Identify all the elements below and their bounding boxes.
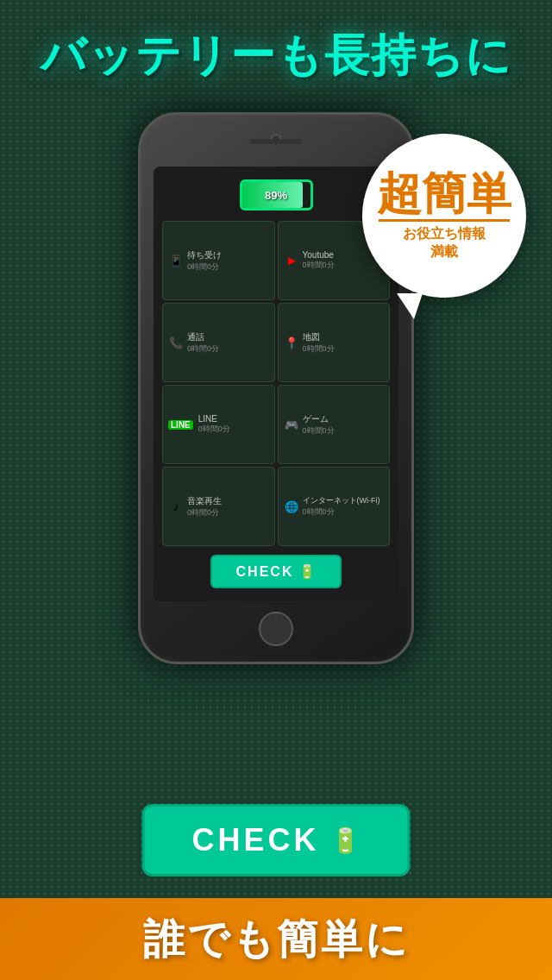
standby-name: 待ち受け <box>187 249 222 261</box>
bubble-main-text: 超簡単 <box>377 171 511 216</box>
battery-outer: 89% <box>240 179 313 210</box>
battery-tip <box>312 188 313 202</box>
check-label-small: CHECK <box>236 564 294 580</box>
game-time: 0時間0分 <box>303 425 335 437</box>
phone-speaker <box>250 139 302 144</box>
app-item-call: 📞 通話 0時間0分 <box>162 303 275 382</box>
line-name: LINE <box>198 414 230 424</box>
map-name: 地図 <box>303 331 335 343</box>
music-time: 0時間0分 <box>187 507 222 518</box>
phone-home-button <box>259 612 293 646</box>
screen-content: 89% 📱 待ち受け 0時間0分 ▶ <box>154 166 398 601</box>
app-item-standby: 📱 待ち受け 0時間0分 <box>162 221 275 300</box>
app-item-internet: 🌐 インターネット(Wi-Fi) 0時間0分 <box>278 467 391 546</box>
standby-icon: 📱 <box>168 254 184 267</box>
speech-bubble: 超簡単 お役立ち情報 満載 <box>362 134 526 298</box>
bottom-title: 誰でも簡単に <box>143 912 410 967</box>
internet-time: 0時間0分 <box>303 506 380 518</box>
map-icon: 📍 <box>284 336 299 349</box>
top-title: バッテリーも長持ちに <box>0 26 552 86</box>
internet-name: インターネット(Wi-Fi) <box>303 495 380 506</box>
battery-icon-small: 🔋 <box>298 563 316 580</box>
battery-display: 89% <box>240 179 313 210</box>
youtube-name: Youtube <box>303 250 335 260</box>
check-button-small[interactable]: CHECK 🔋 <box>210 555 342 588</box>
map-time: 0時間0分 <box>303 343 335 355</box>
youtube-icon: ▶ <box>284 255 299 267</box>
music-name: 音楽再生 <box>187 495 222 507</box>
app-item-music: ♪ 音楽再生 0時間0分 <box>162 467 275 546</box>
bottom-section: 誰でも簡単に <box>0 898 552 980</box>
call-name: 通話 <box>187 331 219 343</box>
check-label-large: CHECK <box>191 822 319 858</box>
game-icon: 🎮 <box>284 418 299 431</box>
app-item-line: LINE LINE 0時間0分 <box>162 385 275 464</box>
line-time: 0時間0分 <box>198 424 230 435</box>
line-icon: LINE <box>168 420 193 430</box>
bubble-underline <box>379 219 510 222</box>
standby-time: 0時間0分 <box>187 261 222 273</box>
youtube-time: 0時間0分 <box>303 260 335 271</box>
app-item-map: 📍 地図 0時間0分 <box>278 303 391 382</box>
bubble-sub2: 満載 <box>430 243 458 261</box>
app-grid: 📱 待ち受け 0時間0分 ▶ Youtube 0時間0分 <box>162 221 390 546</box>
battery-percent: 89% <box>265 189 287 202</box>
call-icon: 📞 <box>168 336 184 349</box>
call-time: 0時間0分 <box>187 343 219 355</box>
game-name: ゲーム <box>303 413 335 425</box>
internet-icon: 🌐 <box>284 500 299 513</box>
phone-screen: 89% 📱 待ち受け 0時間0分 ▶ <box>154 166 398 601</box>
battery-icon-large: 🔋 <box>330 826 361 855</box>
music-icon: ♪ <box>168 500 184 513</box>
app-item-game: 🎮 ゲーム 0時間0分 <box>278 385 391 464</box>
bubble-sub1: お役立ち情報 <box>403 225 486 243</box>
check-button-large[interactable]: CHECK 🔋 <box>141 804 410 876</box>
